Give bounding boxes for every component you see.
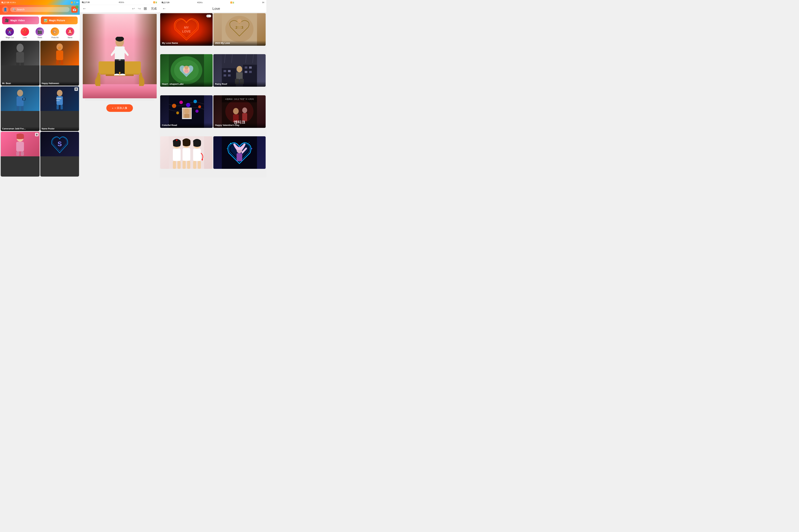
svg-rect-61 bbox=[245, 71, 247, 73]
card-mr-bean[interactable]: Mr. Bean bbox=[1, 41, 40, 86]
card-neon-dance[interactable] bbox=[213, 136, 266, 169]
card-happy-halloween[interactable]: Happy Halloween bbox=[40, 41, 79, 86]
card-cameraman-visual bbox=[1, 87, 40, 111]
card-heart-lake[interactable]: Heart –shaped Lake bbox=[160, 54, 213, 87]
card-rainy-roof[interactable]: Rainy Roof bbox=[213, 54, 266, 87]
undo-button[interactable]: ↩ bbox=[132, 6, 135, 11]
svg-point-76 bbox=[198, 105, 201, 108]
card-my-love-label: My Love Name bbox=[160, 41, 213, 46]
card-2023-love[interactable]: 2023 2023 My Love bbox=[213, 13, 266, 46]
card-cameraman[interactable]: Cameraman Jaldi Foc... bbox=[1, 87, 40, 131]
gallery-wifi-icon: 📶🔋 bbox=[230, 2, 235, 3]
card-heart-lake-label: Heart –shaped Lake bbox=[160, 82, 213, 87]
svg-rect-6 bbox=[56, 51, 63, 60]
sidebar-item-name[interactable]: 🅰️ Name bbox=[62, 27, 78, 39]
svg-point-112 bbox=[251, 148, 252, 149]
search-bar[interactable]: 🔍 Search bbox=[10, 7, 70, 12]
avatar[interactable]: 👤 bbox=[2, 6, 8, 13]
divider-line bbox=[85, 100, 154, 100]
svg-rect-58 bbox=[228, 74, 231, 76]
svg-rect-7 bbox=[56, 60, 59, 64]
calendar-button[interactable]: 📅 ! bbox=[71, 6, 78, 13]
editor-toolbar: ← ↩ ↪ ⊞ 完成 bbox=[80, 5, 160, 13]
gallery-battery-level: 84 bbox=[262, 2, 264, 3]
svg-rect-109 bbox=[237, 153, 242, 161]
svg-rect-55 bbox=[223, 70, 226, 72]
card-cartoon-badge: 🖼 bbox=[35, 133, 39, 136]
card-name-poster[interactable]: 🖼 Name Poster bbox=[40, 87, 79, 131]
sidebar-item-love[interactable]: ❤️ Love bbox=[17, 27, 32, 39]
add-person-plus-icon: + bbox=[112, 107, 113, 110]
magic-picture-button[interactable]: 🖼️ Magic Picture bbox=[41, 17, 78, 24]
sidebar-item-photo-art[interactable]: 🎨 Photo Art bbox=[47, 27, 62, 39]
svg-rect-23 bbox=[16, 151, 19, 156]
svg-rect-95 bbox=[173, 161, 176, 169]
card-my-love-name[interactable]: MY LOVE My Love Name bbox=[160, 13, 213, 46]
canvas-image[interactable] bbox=[83, 14, 157, 98]
card-girls-bg bbox=[160, 136, 213, 169]
svg-point-5 bbox=[58, 46, 61, 49]
svg-point-14 bbox=[23, 98, 25, 100]
card-girls[interactable] bbox=[160, 136, 213, 169]
svg-point-50 bbox=[184, 66, 188, 69]
back-button[interactable]: ← bbox=[83, 6, 87, 11]
svg-rect-22 bbox=[16, 142, 24, 151]
card-my-love-toggle[interactable] bbox=[206, 15, 211, 17]
svg-text:MY: MY bbox=[184, 26, 189, 30]
svg-rect-11 bbox=[17, 106, 19, 111]
magic-picture-icon: 🖼️ bbox=[43, 18, 48, 22]
svg-rect-103 bbox=[193, 149, 201, 161]
love-icon-circle: ❤️ bbox=[21, 27, 29, 36]
add-button[interactable]: ⊞ bbox=[144, 6, 147, 11]
editor-status-network: 461K/s bbox=[119, 1, 124, 3]
svg-text:S: S bbox=[58, 140, 62, 148]
photo-art-label: Photo Art bbox=[51, 37, 59, 39]
svg-rect-8 bbox=[60, 60, 63, 64]
svg-point-9 bbox=[17, 90, 23, 96]
card-halloween-visual bbox=[40, 41, 79, 65]
card-colorful-road[interactable]: Colorful Road bbox=[160, 95, 213, 128]
gallery-grid: MY LOVE My Love Name 202 bbox=[160, 13, 266, 177]
sidebar-item-magic-cut[interactable]: ✂️ Magic Cut bbox=[2, 27, 17, 39]
svg-rect-60 bbox=[249, 66, 252, 69]
svg-rect-12 bbox=[21, 106, 23, 111]
svg-point-15 bbox=[57, 90, 62, 96]
gallery-back-button[interactable]: ← bbox=[162, 6, 166, 11]
sidebar-item-reels[interactable]: 🎬 Reels bbox=[32, 27, 48, 39]
toggle-dot bbox=[208, 15, 211, 17]
card-2023-label: 2023 My Love bbox=[213, 41, 266, 46]
name-label: Name bbox=[68, 37, 73, 39]
card-cameraman-label: Cameraman Jaldi Foc... bbox=[1, 127, 40, 131]
gallery-status-network: 402K/s bbox=[197, 2, 203, 3]
icons-row: ✂️ Magic Cut ❤️ Love 🎬 Reels 🎨 Photo Art… bbox=[0, 26, 80, 40]
svg-rect-31 bbox=[115, 46, 125, 60]
gallery-status-bar: 晚上7:29 402K/s 📶🔋 84 bbox=[160, 0, 266, 5]
card-mr-bean-label: Mr. Bean bbox=[1, 81, 40, 86]
status-time: 晚上7:29 bbox=[1, 1, 9, 4]
panel-gallery: 晚上7:29 402K/s 📶🔋 84 ← Love MY LOVE bbox=[160, 0, 266, 177]
card-neon-s[interactable]: S bbox=[40, 132, 79, 176]
person-svg bbox=[109, 37, 130, 75]
add-person-button[interactable]: + + 添加人像 bbox=[106, 104, 133, 112]
add-person-label: + 添加人像 bbox=[114, 107, 127, 110]
card-colorful-road-label: Colorful Road bbox=[160, 123, 213, 128]
magic-video-button[interactable]: 🎥 Magic Video bbox=[2, 17, 39, 24]
card-valentine[interactable]: 사랑해요 그리고 "하면" 각 시하의 앤티크 Happy Valentine'… bbox=[213, 95, 266, 128]
redo-button[interactable]: ↪ bbox=[138, 6, 141, 11]
card-cartoon[interactable]: 🖼 bbox=[1, 132, 40, 176]
svg-point-89 bbox=[242, 108, 247, 113]
done-button[interactable]: 完成 bbox=[151, 7, 157, 11]
editor-status-bar: 晚上7:30 461K/s 📶🔋 bbox=[80, 0, 160, 5]
svg-text:사랑해요 그리고 "하면" 각 시하의: 사랑해요 그리고 "하면" 각 시하의 bbox=[225, 98, 254, 100]
girls-svg bbox=[169, 136, 204, 169]
svg-rect-2 bbox=[16, 63, 19, 65]
svg-point-77 bbox=[176, 112, 179, 114]
svg-point-113 bbox=[227, 148, 228, 149]
gallery-title: Love bbox=[169, 7, 264, 11]
svg-rect-19 bbox=[56, 98, 61, 99]
svg-rect-20 bbox=[56, 100, 60, 101]
svg-rect-59 bbox=[245, 66, 247, 69]
svg-point-87 bbox=[233, 108, 239, 114]
svg-rect-57 bbox=[223, 74, 226, 76]
photo-art-icon-circle: 🎨 bbox=[51, 27, 59, 36]
